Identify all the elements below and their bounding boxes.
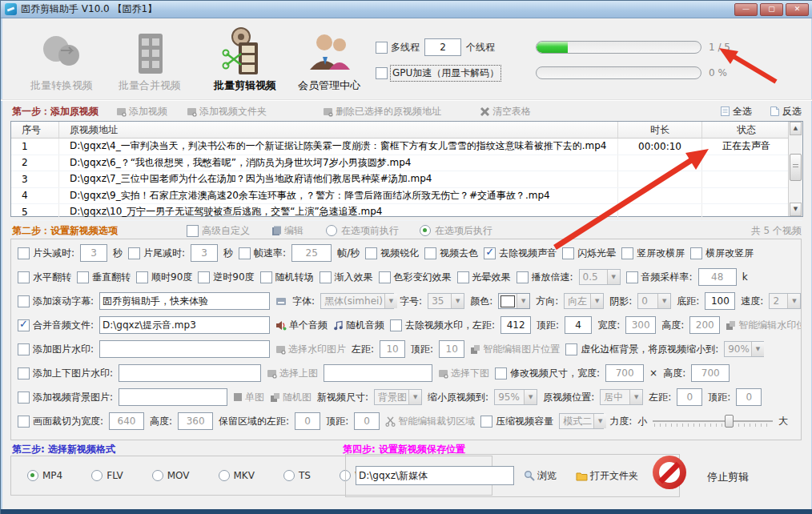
crop-height[interactable]: 360 [178,412,213,430]
single-image-button[interactable]: 单图 [233,391,264,404]
watermark-top[interactable]: 4 [565,316,592,334]
portrait-to-landscape[interactable]: 竖屏改横屏 [621,247,685,260]
format-radio-ts[interactable]: TS [283,470,311,481]
gpu-accel-checkbox[interactable]: GPU加速（用显卡解码） [376,66,500,81]
new-video-size-select[interactable]: 背景图▼ [374,389,422,405]
bottom-image-path[interactable] [324,364,432,382]
add-scrolling-subtitle-box[interactable] [18,295,30,307]
remove-watermark[interactable]: 去除视频水印，左距: [390,319,495,332]
checkbox-box[interactable] [187,225,199,237]
glow-effect-box[interactable] [457,271,469,283]
format-radio-mp4[interactable]: MP4 [27,470,62,481]
invert-selection-button[interactable]: 反选 [770,105,802,118]
trim-head[interactable]: 片头减时: [18,247,74,260]
font-select[interactable]: 黑体(simhei)▼ [320,293,394,309]
remove-audio-box[interactable] [484,247,496,259]
slider-thumb[interactable] [725,415,734,428]
framerate-box[interactable] [239,247,251,259]
header-no[interactable]: 序号 [11,122,59,138]
format-radio-mov[interactable]: MOV [152,470,190,481]
radio-circle[interactable] [91,470,103,481]
chevron-down-icon[interactable]: ▼ [607,270,620,284]
toolbar-item-member-center[interactable]: 会员管理中心 [283,23,376,93]
compress-strength-slider[interactable] [653,414,773,428]
table-row[interactable]: 4D:\gqxz\9_实拍！石家庄京港澳高速20余车连环事故，？警方：降雪后路面… [11,188,802,205]
landscape-to-portrait-box[interactable] [690,247,702,259]
flip-vertical-box[interactable] [77,271,89,283]
crop-width[interactable]: 640 [109,412,144,430]
flicker-glow[interactable]: 闪烁光晕 [562,247,616,260]
remove-audio[interactable]: 去除视频声音 [484,247,557,260]
rotate-ccw-90[interactable]: 逆时90度 [198,271,254,284]
table-row[interactable]: 1D:\gqxz\4_一审判决当天，判决书公布的一个新证据让陈美霖一度崩溃：窗框… [11,139,802,155]
flip-horizontal-box[interactable] [18,271,30,283]
add-background-image-box[interactable] [18,392,30,404]
multithread-checkbox[interactable]: 多线程 [376,41,420,54]
checkbox-box[interactable] [376,42,388,54]
add-scrolling-subtitle[interactable]: 添加滚动字幕: [18,295,94,308]
chevron-down-icon[interactable]: ▼ [787,294,800,308]
chevron-down-icon[interactable]: ▼ [657,294,670,308]
color-shift-effect[interactable]: 色彩变幻效果 [379,271,452,284]
table-row[interactable]: 3D:\gqxz\7_三位中国老师为什么在汤加？因为当地政府请他们教居民种菜#汤… [11,171,802,188]
portrait-to-landscape-box[interactable] [621,247,633,259]
smart-edit-watermark-button[interactable]: 智能编辑水印位置 [726,319,801,332]
radio-circle[interactable] [326,225,337,236]
keep-left[interactable]: 0 [295,412,320,430]
delete-selected-button[interactable]: 删除已选择的原视频地址 [323,105,441,118]
chevron-down-icon[interactable]: ▼ [590,294,603,308]
browse-button[interactable]: 浏览 [524,469,557,483]
add-image-watermark[interactable]: 添加图片水印: [18,343,94,356]
trim-head-seconds[interactable]: 3 [80,244,107,262]
flip-horizontal[interactable]: 水平翻转 [18,271,71,284]
remove-watermark-box[interactable] [390,319,402,331]
shrink-original-select[interactable]: 95%▼ [494,389,537,405]
merge-audio-file[interactable]: 合并音频文件: [18,319,94,332]
playback-speed-box[interactable] [517,271,529,283]
subtitle-style-icon[interactable] [275,296,287,307]
watermark-height[interactable]: 200 [689,316,720,334]
scroll-down-button[interactable]: ▼ [790,203,802,216]
stop-sign-icon[interactable] [653,456,686,489]
trim-head-box[interactable] [18,247,30,259]
compress-video-box[interactable] [480,416,492,428]
table-row[interactable]: 2D:\gqxz\6_？“我也很想哭，我憋着呢”，消防员为身世坎坷7岁小男孩圆梦… [11,155,802,172]
bg-top[interactable]: 0 [736,388,762,406]
watermark-left[interactable]: 412 [500,316,531,334]
radio-circle[interactable] [420,225,431,236]
random-image-button[interactable]: 随机图 [270,391,312,404]
smart-edit-image-button[interactable]: 智能编辑图片位置 [470,343,560,356]
speed-select[interactable]: 2▼ [769,293,801,309]
resize-height[interactable]: 700 [691,364,730,382]
crop-video-box[interactable] [18,416,30,428]
framerate[interactable]: 帧速率: [239,247,286,260]
sharpen[interactable]: 视频锐化 [365,247,419,260]
top-image-path[interactable] [119,364,261,382]
chevron-down-icon[interactable]: ▼ [751,342,764,356]
open-folder-button[interactable]: 打开文件夹 [576,469,638,483]
checkbox-box[interactable] [376,67,388,79]
header-path[interactable]: 原视频地址 [59,122,618,138]
bottom-margin-value[interactable]: 100 [705,292,735,310]
execute-before-radio[interactable]: 在选项前执行 [326,224,399,238]
header-status[interactable]: 状态 [702,122,790,138]
chevron-down-icon[interactable]: ▼ [408,390,421,404]
scroll-up-button[interactable]: ▲ [790,122,802,135]
select-bottom-image-button[interactable]: 选择下图 [438,367,489,380]
fade-in-effect[interactable]: 渐入效果 [320,271,373,284]
compress-video[interactable]: 压缩视频容量 [480,415,553,428]
resize-width[interactable]: 700 [605,364,644,382]
glow-effect[interactable]: 光晕效果 [457,271,511,284]
select-watermark-image-button[interactable]: 选择水印图片 [275,343,346,356]
thread-count-input[interactable]: 2 [424,38,461,56]
add-top-bottom-watermark-box[interactable] [18,367,30,379]
crop-video[interactable]: 画面裁切为宽度: [18,415,103,428]
fade-in-effect-box[interactable] [320,271,332,283]
rotate-cw-90[interactable]: 顺时90度 [136,271,192,284]
shrink-to-select[interactable]: 90%▼ [724,341,764,357]
flip-vertical[interactable]: 垂直翻转 [77,271,131,284]
original-position-select[interactable]: 居中▼ [600,389,643,405]
flicker-glow-box[interactable] [562,247,574,259]
font-size-select[interactable]: 35▼ [428,293,464,309]
rotate-cw-90-box[interactable] [136,271,148,283]
